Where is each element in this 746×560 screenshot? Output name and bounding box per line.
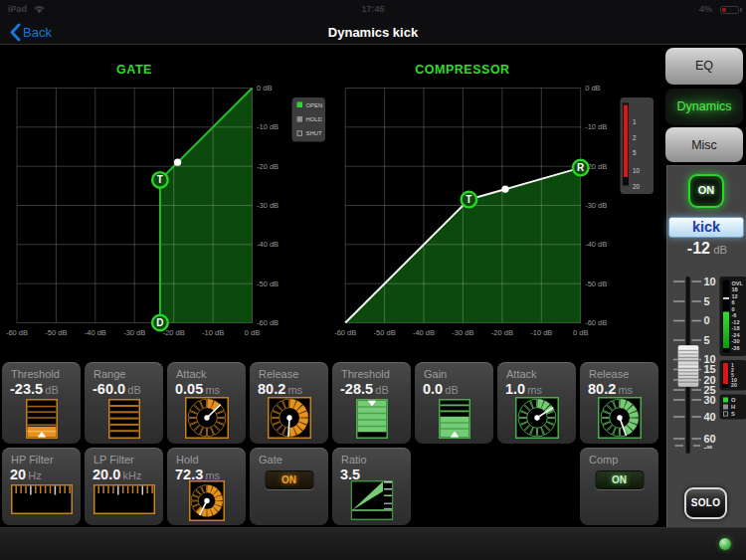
svg-text:30: 30	[704, 394, 716, 406]
svg-text:SHUT: SHUT	[306, 130, 322, 136]
svg-text:-40 dB: -40 dB	[585, 240, 607, 249]
svg-text:OVL: OVL	[732, 280, 744, 286]
svg-text:H: H	[731, 404, 735, 410]
svg-text:0: 0	[732, 306, 735, 312]
svg-text:40: 40	[704, 411, 716, 423]
svg-text:-18: -18	[732, 325, 740, 331]
svg-text:-50 dB: -50 dB	[257, 280, 279, 288]
svg-text:-24: -24	[732, 332, 741, 338]
svg-text:-36: -36	[732, 345, 740, 351]
svg-text:10: 10	[704, 276, 716, 287]
svg-text:12: 12	[732, 293, 738, 299]
svg-text:R: R	[577, 162, 585, 173]
svg-text:20: 20	[731, 382, 737, 388]
svg-text:-30: -30	[732, 338, 740, 344]
svg-text:18: 18	[732, 286, 738, 292]
svg-text:2: 2	[633, 134, 637, 141]
svg-text:6: 6	[732, 299, 735, 305]
svg-text:-40 dB: -40 dB	[257, 240, 279, 249]
svg-text:-12: -12	[732, 319, 740, 325]
svg-text:-40 dB: -40 dB	[413, 328, 435, 337]
svg-text:5: 5	[704, 334, 710, 346]
svg-text:T: T	[466, 194, 471, 205]
svg-text:-60 dB: -60 dB	[6, 328, 28, 337]
svg-text:0 dB: 0 dB	[257, 84, 272, 93]
svg-text:-50 dB: -50 dB	[585, 280, 607, 288]
svg-text:5: 5	[704, 295, 710, 307]
svg-text:-60 dB: -60 dB	[334, 328, 356, 337]
svg-text:-50 dB: -50 dB	[374, 328, 396, 337]
svg-text:HOLD: HOLD	[306, 116, 322, 122]
svg-text:OPEN: OPEN	[306, 102, 323, 108]
svg-text:20: 20	[633, 183, 641, 190]
svg-text:-30 dB: -30 dB	[257, 201, 279, 210]
svg-text:0 dB: 0 dB	[585, 84, 600, 93]
svg-text:-30 dB: -30 dB	[452, 328, 473, 337]
svg-text:COMPRESSOR: COMPRESSOR	[415, 63, 509, 77]
svg-text:-10 dB: -10 dB	[202, 328, 224, 337]
svg-text:0 dB: 0 dB	[573, 328, 588, 337]
svg-text:-6: -6	[732, 312, 737, 318]
svg-text:-20 dB: -20 dB	[257, 162, 279, 171]
svg-text:D: D	[156, 317, 163, 328]
svg-text:-50 dB: -50 dB	[45, 328, 67, 337]
svg-text:S: S	[731, 411, 735, 417]
svg-text:T: T	[157, 174, 163, 185]
svg-text:-∞: -∞	[704, 443, 713, 452]
svg-text:O: O	[731, 397, 736, 403]
svg-text:-20 dB: -20 dB	[491, 328, 513, 337]
svg-text:-30 dB: -30 dB	[123, 328, 145, 337]
svg-text:10: 10	[633, 167, 641, 174]
svg-text:0 dB: 0 dB	[245, 328, 260, 337]
svg-text:0: 0	[704, 314, 710, 326]
svg-text:-10 dB: -10 dB	[585, 122, 607, 131]
svg-text:-60 dB: -60 dB	[585, 318, 607, 327]
svg-text:GATE: GATE	[116, 63, 152, 77]
svg-text:-10 dB: -10 dB	[257, 122, 279, 131]
svg-text:-10 dB: -10 dB	[530, 328, 552, 337]
svg-text:-40 dB: -40 dB	[85, 328, 106, 337]
svg-text:-60 dB: -60 dB	[257, 318, 279, 327]
svg-text:5: 5	[633, 149, 637, 156]
svg-text:-30 dB: -30 dB	[585, 201, 607, 210]
svg-text:1: 1	[633, 118, 637, 125]
